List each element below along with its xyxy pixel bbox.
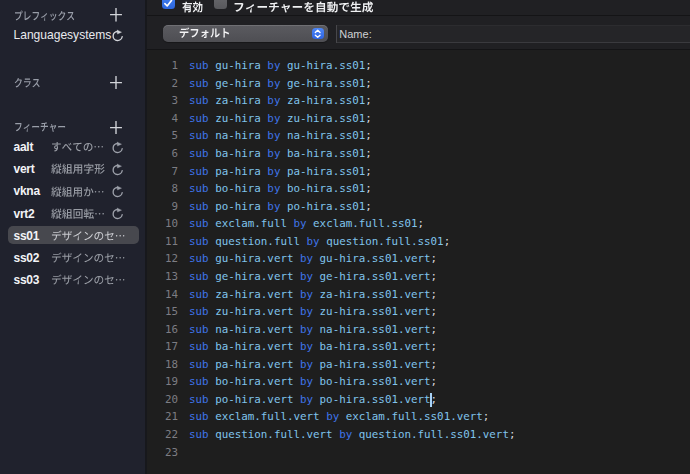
- refresh-languagesystems-icon[interactable]: [112, 29, 124, 42]
- code-line: 14sub za-hira.vert by za-hira.ss01.vert;: [147, 286, 690, 304]
- add-class-button[interactable]: [110, 76, 122, 89]
- default-popup-button[interactable]: [163, 25, 328, 41]
- line-number: 17: [147, 338, 178, 356]
- feature-tag: vert: [14, 162, 35, 176]
- feature-item-vrt2[interactable]: vrt2: [8, 203, 139, 225]
- code-text: sub exclam.full by exclam.full.ss01;: [189, 217, 424, 230]
- code-line: 10sub exclam.full by exclam.full.ss01;: [147, 215, 690, 233]
- line-number: 16: [147, 321, 178, 339]
- code-line: 22sub question.full.vert by question.ful…: [147, 426, 690, 444]
- line-number: 6: [147, 145, 178, 163]
- code-text: sub zu-hira.vert by zu-hira.ss01.vert;: [189, 305, 437, 318]
- refresh-feature-icon[interactable]: [112, 207, 124, 220]
- feature-section-title: [14, 121, 66, 133]
- feature-tag: ss03: [14, 273, 40, 287]
- code-text: sub ba-hira by ba-hira.ss01;: [189, 147, 372, 160]
- code-line: 13sub ge-hira.vert by ge-hira.ss01.vert;: [147, 268, 690, 286]
- code-text: sub bo-hira by bo-hira.ss01;: [189, 182, 372, 195]
- line-number: 14: [147, 286, 178, 304]
- code-text: sub na-hira.vert by na-hira.ss01.vert;: [189, 323, 437, 336]
- code-line: 3sub za-hira by za-hira.ss01;: [147, 92, 690, 110]
- code-line: 4sub zu-hira by zu-hira.ss01;: [147, 110, 690, 128]
- code-text: sub question.full.vert by question.full.…: [189, 428, 515, 441]
- code-text: sub bo-hira.vert by bo-hira.ss01.vert;: [189, 375, 437, 388]
- prefix-section-title: [14, 10, 75, 22]
- code-line: 16sub na-hira.vert by na-hira.ss01.vert;: [147, 321, 690, 339]
- class-section-header: [14, 77, 41, 89]
- name-label: Name:: [339, 28, 371, 40]
- feature-description: [51, 141, 104, 153]
- line-number: 8: [147, 180, 178, 198]
- code-line: 18sub pa-hira.vert by pa-hira.ss01.vert;: [147, 356, 690, 374]
- code-text: sub exclam.full.vert by exclam.full.ss01…: [189, 410, 489, 423]
- code-line: 12sub gu-hira.vert by gu-hira.ss01.vert;: [147, 250, 690, 268]
- refresh-feature-icon[interactable]: [112, 163, 124, 176]
- code-line: 8sub bo-hira by bo-hira.ss01;: [147, 180, 690, 198]
- code-text: sub ba-hira.vert by ba-hira.ss01.vert;: [189, 340, 437, 353]
- feature-tag: vkna: [14, 184, 40, 198]
- feature-description: [51, 208, 105, 220]
- line-number: 3: [147, 92, 178, 110]
- code-line: 5sub na-hira by na-hira.ss01;: [147, 127, 690, 145]
- feature-code-editor[interactable]: 1sub gu-hira by gu-hira.ss01;2sub ge-hir…: [147, 50, 690, 474]
- line-number: 9: [147, 198, 178, 216]
- code-text: sub ge-hira.vert by ge-hira.ss01.vert;: [189, 270, 437, 283]
- line-number: 1: [147, 57, 178, 75]
- code-line: 23: [147, 444, 690, 462]
- feature-item-vkna[interactable]: vkna: [8, 180, 139, 202]
- feature-section-header: [14, 121, 66, 133]
- line-number: 22: [147, 426, 178, 444]
- add-prefix-button[interactable]: [110, 8, 122, 21]
- code-text: sub na-hira by na-hira.ss01;: [189, 129, 372, 142]
- code-text: sub za-hira by za-hira.ss01;: [189, 94, 372, 107]
- code-line: 21sub exclam.full.vert by exclam.full.ss…: [147, 408, 690, 426]
- code-text: sub gu-hira by gu-hira.ss01;: [189, 59, 372, 72]
- line-number: 19: [147, 373, 178, 391]
- feature-item-vert[interactable]: vert: [8, 158, 139, 180]
- line-number: 21: [147, 408, 178, 426]
- add-feature-button[interactable]: [110, 121, 122, 134]
- feature-tag: vrt2: [14, 207, 35, 221]
- refresh-feature-icon[interactable]: [112, 185, 124, 198]
- line-number: 7: [147, 163, 178, 181]
- popup-stepper-icon: [312, 28, 323, 40]
- feature-tag: ss02: [14, 251, 40, 265]
- code-line: 19sub bo-hira.vert by bo-hira.ss01.vert;: [147, 373, 690, 391]
- popup-selected-value: [179, 27, 231, 39]
- enabled-checkbox[interactable]: [162, 0, 175, 9]
- feature-description: [51, 186, 105, 198]
- feature-tag: aalt: [14, 140, 34, 154]
- line-number: 5: [147, 127, 178, 145]
- code-text: sub ge-hira by ge-hira.ss01;: [189, 77, 372, 90]
- line-number: 12: [147, 250, 178, 268]
- prefix-item-label: Languagesystems: [14, 28, 112, 42]
- feature-item-ss01[interactable]: ss01: [8, 225, 139, 247]
- code-text: sub gu-hira.vert by gu-hira.ss01.vert;: [189, 252, 437, 265]
- code-line: 20sub po-hira.vert by po-hira.ss01.vert;: [147, 391, 690, 409]
- line-number: 18: [147, 356, 178, 374]
- feature-item-ss02[interactable]: ss02: [8, 247, 139, 269]
- line-number: 10: [147, 215, 178, 233]
- code-line: 6sub ba-hira by ba-hira.ss01;: [147, 145, 690, 163]
- code-line: 11sub question.full by question.full.ss0…: [147, 233, 690, 251]
- feature-item-ss03[interactable]: ss03: [8, 269, 139, 291]
- auto-generate-label: [233, 1, 374, 13]
- prefix-item-languagesystems[interactable]: Languagesystems: [14, 27, 112, 44]
- line-number: 13: [147, 268, 178, 286]
- name-field[interactable]: Name:: [337, 25, 690, 43]
- line-number: 20: [147, 391, 178, 409]
- code-line: 9sub po-hira by po-hira.ss01;: [147, 198, 690, 216]
- feature-tag: ss01: [14, 229, 40, 243]
- line-number: 2: [147, 75, 178, 93]
- line-number: 15: [147, 303, 178, 321]
- code-text: sub pa-hira by pa-hira.ss01;: [189, 165, 372, 178]
- enabled-label: [182, 1, 203, 13]
- code-line: 2sub ge-hira by ge-hira.ss01;: [147, 75, 690, 93]
- refresh-feature-icon[interactable]: [112, 141, 124, 154]
- auto-generate-checkbox[interactable]: [214, 0, 227, 9]
- code-text: sub po-hira.vert by po-hira.ss01.vert;: [189, 393, 437, 406]
- feature-item-aalt[interactable]: aalt: [8, 136, 139, 158]
- glyphs-feature-window: Languagesystems aalt vert vkna vrt2 ss01…: [0, 0, 690, 474]
- text-cursor: [430, 393, 432, 407]
- sidebar: Languagesystems aalt vert vkna vrt2 ss01…: [0, 0, 145, 474]
